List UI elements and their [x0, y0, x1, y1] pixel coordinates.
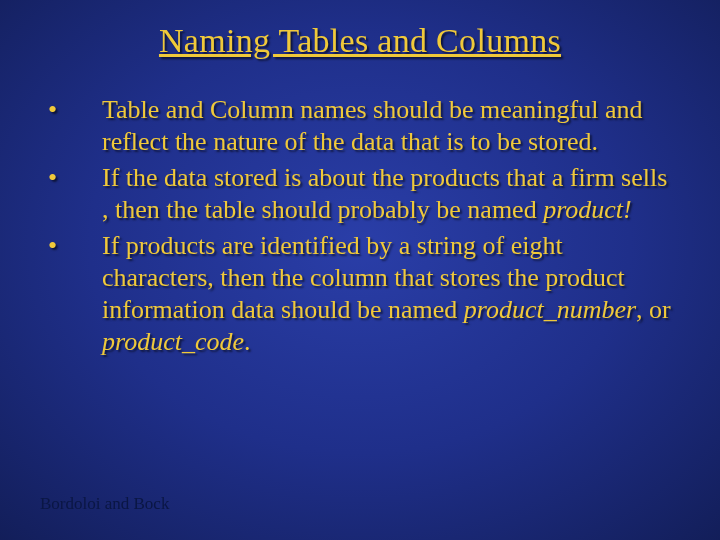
bullet-text: Table and Column names should be meaning… [102, 94, 672, 158]
bullet-emph: product! [543, 195, 632, 224]
bullet-emph: product_number [464, 295, 636, 324]
bullet-item: • If the data stored is about the produc… [48, 162, 672, 226]
bullet-icon: • [48, 94, 102, 126]
slide-footer: Bordoloi and Bock [40, 494, 169, 514]
slide-body: • Table and Column names should be meani… [0, 94, 720, 358]
slide-title: Naming Tables and Columns [0, 0, 720, 60]
slide: Naming Tables and Columns • Table and Co… [0, 0, 720, 540]
bullet-item: • If products are identified by a string… [48, 230, 672, 358]
bullet-item: • Table and Column names should be meani… [48, 94, 672, 158]
bullet-emph: product_code [102, 327, 244, 356]
bullet-text: If the data stored is about the products… [102, 162, 672, 226]
bullet-text-mid: , or [636, 295, 671, 324]
bullet-text-post: . [244, 327, 251, 356]
bullet-icon: • [48, 230, 102, 262]
bullet-text: If products are identified by a string o… [102, 230, 672, 358]
bullet-icon: • [48, 162, 102, 194]
